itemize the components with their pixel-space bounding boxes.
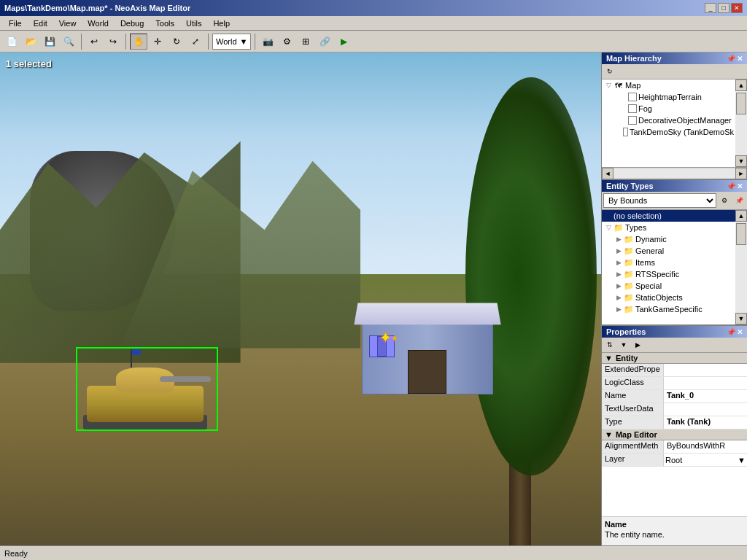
expander-map[interactable]: ▽ — [603, 80, 614, 90]
description-text: The entity name. — [605, 530, 744, 539]
prop-value-type[interactable]: Tank (Tank) — [664, 416, 747, 429]
hierarchy-tree[interactable]: ▽ 🗺 Map HeightmapTerrain Fog — [602, 79, 735, 167]
entity-section-header[interactable]: ▼ Entity — [602, 353, 747, 364]
expander-rtsspecific[interactable]: ▶ — [614, 269, 624, 279]
tree-item-special[interactable]: ▶ 📁 Special — [602, 280, 735, 292]
checkbox-fog[interactable] — [628, 104, 637, 113]
tree-item-tankgamespecific[interactable]: ▶ 📁 TankGameSpecific — [602, 303, 735, 315]
expander-special[interactable]: ▶ — [614, 281, 624, 291]
scroll-down-button[interactable]: ▼ — [735, 155, 747, 167]
menu-view[interactable]: View — [53, 18, 82, 29]
camera-button[interactable]: 📷 — [259, 34, 276, 50]
world-dropdown[interactable]: World ▼ — [212, 34, 251, 50]
snap-button[interactable]: 🔗 — [316, 34, 333, 50]
hierarchy-pin-icon[interactable]: 📌 — [727, 55, 735, 63]
prop-value-layer[interactable]: Root ▼ — [664, 454, 747, 466]
maximize-button[interactable]: □ — [718, 3, 729, 13]
entity-types-close-icon[interactable]: ✕ — [737, 182, 743, 190]
menu-world[interactable]: World — [82, 18, 115, 29]
expander-dynamic[interactable]: ▶ — [614, 234, 624, 244]
checkbox-sky[interactable] — [623, 128, 628, 136]
h-scroll-right[interactable]: ► — [735, 168, 747, 179]
select-button[interactable]: ✋ — [130, 34, 147, 50]
tank-barrel — [160, 376, 211, 382]
hierarchy-scrollbar[interactable]: ▲ ▼ — [735, 79, 747, 167]
tree-item-decorative[interactable]: DecorativeObjectManager — [602, 114, 735, 126]
et-scroll-track[interactable] — [735, 222, 747, 313]
entity-filter-dropdown[interactable]: By Bounds By Name All — [603, 193, 716, 208]
et-scroll-thumb[interactable] — [736, 223, 746, 245]
tree-item-no-selection[interactable]: (no selection) — [602, 210, 735, 222]
undo-button[interactable]: ↩ — [85, 34, 103, 50]
tree-item-items[interactable]: ▶ 📁 Items — [602, 257, 735, 268]
hierarchy-hscrollbar[interactable]: ◄ ► — [602, 167, 747, 179]
prop-name-layer: Layer — [602, 454, 664, 466]
menu-help[interactable]: Help — [207, 18, 236, 29]
redo-button[interactable]: ↪ — [104, 34, 122, 50]
prop-sort-button[interactable]: ⇅ — [603, 339, 616, 351]
entity-filter-pin-button[interactable]: 📌 — [732, 195, 746, 206]
prop-value-name[interactable]: Tank_0 — [664, 390, 747, 402]
menu-tools[interactable]: Tools — [150, 18, 180, 29]
prop-value-alignmentmeth[interactable]: ByBoundsWithR — [664, 440, 747, 453]
rotate-button[interactable]: ↻ — [168, 34, 185, 50]
expander-types[interactable]: ▽ — [603, 222, 614, 233]
h-scroll-track[interactable] — [614, 168, 735, 179]
hierarchy-refresh-button[interactable]: ↻ — [603, 66, 616, 77]
prop-value-extendedprope[interactable] — [664, 364, 747, 376]
scale-button[interactable]: ⤢ — [187, 34, 204, 50]
grid-button[interactable]: ⊞ — [297, 34, 314, 50]
tree-item-rtsspecific[interactable]: ▶ 📁 RTSSpecific — [602, 268, 735, 280]
checkbox-heightmap[interactable] — [628, 93, 637, 101]
save-button[interactable]: 💾 — [41, 34, 58, 50]
checkbox-decorative[interactable] — [628, 116, 637, 125]
properties-close-icon[interactable]: ✕ — [737, 328, 743, 336]
tree-item-sky[interactable]: TankDemoSky (TankDemoSk — [602, 126, 735, 138]
scroll-up-button[interactable]: ▲ — [735, 79, 747, 91]
hierarchy-close-icon[interactable]: ✕ — [737, 55, 743, 63]
map-hierarchy-header: Map Hierarchy 📌 ✕ — [602, 52, 747, 64]
menu-utils[interactable]: Utils — [180, 18, 207, 29]
et-scroll-up[interactable]: ▲ — [735, 210, 747, 222]
menu-bar: File Edit View World Debug Tools Utils H… — [0, 16, 747, 31]
prop-value-logicclass[interactable] — [664, 377, 747, 389]
menu-file[interactable]: File — [3, 18, 28, 29]
prop-value-textuserdata[interactable] — [664, 403, 747, 416]
entity-types-scrollbar[interactable]: ▲ ▼ — [735, 210, 747, 324]
tree-item-map[interactable]: ▽ 🗺 Map — [602, 79, 735, 91]
prop-collapse-button[interactable]: ▶ — [631, 339, 644, 351]
entity-types-tree[interactable]: (no selection) ▽ 📁 Types ▶ 📁 Dynamic ▶ — [602, 210, 735, 324]
move-button[interactable]: ✛ — [149, 34, 166, 50]
viewport[interactable]: ✦ ✦ 1 selected — [0, 52, 601, 545]
minimize-button[interactable]: _ — [705, 3, 716, 13]
tree-item-dynamic[interactable]: ▶ 📁 Dynamic — [602, 233, 735, 245]
run-button[interactable]: ▶ — [335, 34, 352, 50]
tree-item-fog[interactable]: Fog — [602, 103, 735, 114]
new-button[interactable]: 📄 — [3, 34, 20, 50]
expander-general[interactable]: ▶ — [614, 246, 624, 256]
tree-item-types[interactable]: ▽ 📁 Types — [602, 222, 735, 233]
prop-expand-button[interactable]: ▼ — [617, 339, 630, 351]
h-scroll-left[interactable]: ◄ — [602, 168, 614, 179]
scroll-track[interactable] — [735, 91, 747, 155]
properties-pin-icon[interactable]: 📌 — [727, 328, 735, 336]
tree-item-staticobjects[interactable]: ▶ 📁 StaticObjects — [602, 292, 735, 303]
mapeditor-section-header[interactable]: ▼ Map Editor — [602, 429, 747, 440]
close-button[interactable]: ✕ — [731, 3, 743, 13]
layer-dropdown-arrow[interactable]: ▼ — [738, 456, 746, 464]
entity-filter-settings-button[interactable]: ⚙ — [718, 195, 731, 206]
menu-edit[interactable]: Edit — [28, 18, 53, 29]
scroll-thumb[interactable] — [736, 93, 746, 114]
expander-tankgamespecific[interactable]: ▶ — [614, 304, 624, 314]
search-button[interactable]: 🔍 — [60, 34, 77, 50]
entity-types-pin-icon[interactable]: 📌 — [727, 182, 735, 190]
settings-button[interactable]: ⚙ — [278, 34, 295, 50]
expander-items[interactable]: ▶ — [614, 257, 624, 268]
menu-debug[interactable]: Debug — [115, 18, 150, 29]
expander-staticobjects[interactable]: ▶ — [614, 292, 624, 303]
tree-item-general[interactable]: ▶ 📁 General — [602, 245, 735, 257]
hierarchy-toolbar: ↻ — [602, 64, 747, 79]
tree-item-heightmap[interactable]: HeightmapTerrain — [602, 91, 735, 103]
et-scroll-down[interactable]: ▼ — [735, 313, 747, 324]
open-button[interactable]: 📂 — [22, 34, 39, 50]
